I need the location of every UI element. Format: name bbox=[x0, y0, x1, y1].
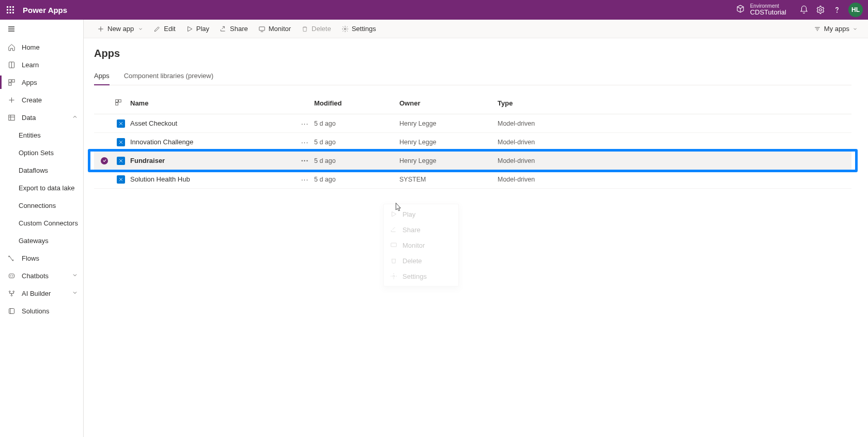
nav-flows[interactable]: Flows bbox=[0, 249, 83, 267]
new-app-button[interactable]: New app bbox=[93, 23, 147, 35]
notifications-icon[interactable] bbox=[796, 2, 812, 18]
ctx-label: Delete bbox=[402, 257, 422, 265]
table-row[interactable]: Solution Health Hub···5 d agoSYSTEMModel… bbox=[94, 170, 851, 189]
tab-component-libraries[interactable]: Component libraries (preview) bbox=[124, 69, 213, 85]
help-icon[interactable] bbox=[829, 2, 845, 18]
ctx-settings[interactable]: Settings bbox=[384, 268, 458, 284]
cell-owner: SYSTEM bbox=[399, 176, 498, 183]
nav-solutions[interactable]: Solutions bbox=[0, 302, 83, 320]
cmd-label: Settings bbox=[352, 25, 376, 33]
ctx-share[interactable]: Share bbox=[384, 222, 458, 237]
nav-label: Data bbox=[22, 114, 36, 122]
view-filter-label: My apps bbox=[824, 25, 849, 33]
svg-point-30 bbox=[13, 291, 14, 292]
settings-icon[interactable] bbox=[812, 2, 829, 18]
content-area: Apps Apps Component libraries (preview) … bbox=[84, 38, 868, 189]
svg-rect-45 bbox=[116, 103, 118, 106]
ctx-monitor[interactable]: Monitor bbox=[384, 237, 458, 253]
environment-picker[interactable]: Environment CDSTutorial bbox=[736, 3, 786, 16]
nav-dataflows[interactable]: Dataflows bbox=[0, 161, 83, 179]
svg-rect-43 bbox=[116, 100, 118, 102]
nav-label: Connections bbox=[19, 202, 56, 209]
cmd-label: Edit bbox=[164, 25, 175, 33]
nav-home[interactable]: Home bbox=[0, 38, 83, 56]
ai-icon bbox=[7, 289, 16, 297]
app-name: Innovation Challenge bbox=[130, 138, 193, 146]
svg-rect-26 bbox=[9, 274, 14, 278]
nav-chatbots[interactable]: Chatbots bbox=[0, 267, 83, 284]
nav-connections[interactable]: Connections bbox=[0, 197, 83, 214]
row-more-icon[interactable]: ··· bbox=[299, 138, 311, 146]
environment-label: Environment bbox=[750, 3, 786, 9]
ctx-label: Play bbox=[402, 210, 415, 218]
nav-option-sets[interactable]: Option Sets bbox=[0, 144, 83, 161]
cell-modified: 5 d ago bbox=[314, 176, 399, 183]
nav-apps[interactable]: Apps bbox=[0, 73, 83, 91]
ctx-play[interactable]: Play bbox=[384, 206, 458, 222]
main-panel: New app Edit Play Share Monitor Dele bbox=[84, 20, 868, 437]
svg-rect-1 bbox=[10, 6, 11, 8]
svg-rect-3 bbox=[7, 9, 8, 11]
row-more-icon[interactable]: ··· bbox=[299, 157, 311, 165]
nav-export-lake[interactable]: Export to data lake bbox=[0, 179, 83, 197]
delete-button[interactable]: Delete bbox=[297, 23, 335, 35]
nav-label: Learn bbox=[22, 61, 39, 69]
row-context-menu: Play Share Monitor Delete Settings bbox=[383, 204, 459, 287]
svg-point-29 bbox=[9, 291, 10, 292]
command-bar: New app Edit Play Share Monitor Dele bbox=[84, 20, 868, 38]
nav-label: Custom Connectors bbox=[19, 219, 78, 227]
svg-rect-44 bbox=[119, 100, 121, 102]
nav-learn[interactable]: Learn bbox=[0, 56, 83, 73]
column-picker-icon[interactable] bbox=[115, 99, 130, 108]
nav-custom-connectors[interactable]: Custom Connectors bbox=[0, 214, 83, 232]
row-more-icon[interactable]: ··· bbox=[299, 175, 311, 184]
svg-rect-47 bbox=[391, 243, 397, 247]
svg-rect-0 bbox=[7, 6, 8, 8]
tab-apps[interactable]: Apps bbox=[94, 69, 110, 85]
nav-label: Export to data lake bbox=[19, 184, 74, 192]
cmd-label: Monitor bbox=[269, 25, 291, 33]
nav-label: Chatbots bbox=[22, 272, 49, 280]
cell-owner: Henry Legge bbox=[399, 157, 498, 164]
apps-icon bbox=[7, 78, 16, 86]
edit-button[interactable]: Edit bbox=[149, 23, 179, 35]
nav-label: Option Sets bbox=[19, 149, 54, 157]
nav-gateways[interactable]: Gateways bbox=[0, 232, 83, 249]
settings-button[interactable]: Settings bbox=[337, 23, 380, 35]
ctx-delete[interactable]: Delete bbox=[384, 253, 458, 268]
nav-label: Home bbox=[22, 43, 40, 51]
table-row[interactable]: Asset Checkout···5 d agoHenry LeggeModel… bbox=[94, 114, 851, 133]
svg-point-9 bbox=[819, 9, 822, 11]
play-button[interactable]: Play bbox=[182, 23, 213, 35]
app-launcher-icon[interactable] bbox=[4, 4, 17, 16]
col-modified-header[interactable]: Modified bbox=[314, 99, 399, 107]
nav-entities[interactable]: Entities bbox=[0, 126, 83, 144]
nav-label: Create bbox=[22, 96, 42, 104]
table-row[interactable]: Innovation Challenge···5 d agoHenry Legg… bbox=[94, 133, 851, 152]
tab-list: Apps Component libraries (preview) bbox=[94, 69, 851, 85]
view-filter-myapps[interactable]: My apps bbox=[814, 25, 858, 33]
nav-create[interactable]: Create bbox=[0, 91, 83, 109]
nav-data[interactable]: Data bbox=[0, 109, 83, 126]
user-avatar[interactable]: HL bbox=[848, 3, 863, 17]
table-row[interactable]: Fundraiser···5 d agoHenry LeggeModel-dri… bbox=[94, 152, 851, 170]
svg-point-28 bbox=[12, 275, 12, 276]
svg-rect-18 bbox=[8, 83, 11, 85]
svg-rect-21 bbox=[8, 115, 14, 120]
col-owner-header[interactable]: Owner bbox=[399, 99, 498, 107]
solution-icon bbox=[7, 307, 16, 315]
ctx-label: Monitor bbox=[402, 242, 425, 249]
nav-label: Apps bbox=[22, 79, 37, 86]
svg-rect-5 bbox=[12, 9, 14, 11]
nav-ai-builder[interactable]: AI Builder bbox=[0, 284, 83, 302]
monitor-button[interactable]: Monitor bbox=[254, 23, 295, 35]
cmd-label: New app bbox=[107, 25, 134, 33]
col-name-header[interactable]: Name bbox=[130, 99, 314, 107]
share-button[interactable]: Share bbox=[215, 23, 252, 35]
col-type-header[interactable]: Type bbox=[498, 99, 851, 107]
row-more-icon[interactable]: ··· bbox=[299, 119, 311, 128]
nav-collapse-button[interactable] bbox=[0, 20, 83, 38]
nav-label: Dataflows bbox=[19, 167, 48, 174]
app-name: Asset Checkout bbox=[130, 119, 177, 127]
environment-name: CDSTutorial bbox=[750, 9, 786, 16]
